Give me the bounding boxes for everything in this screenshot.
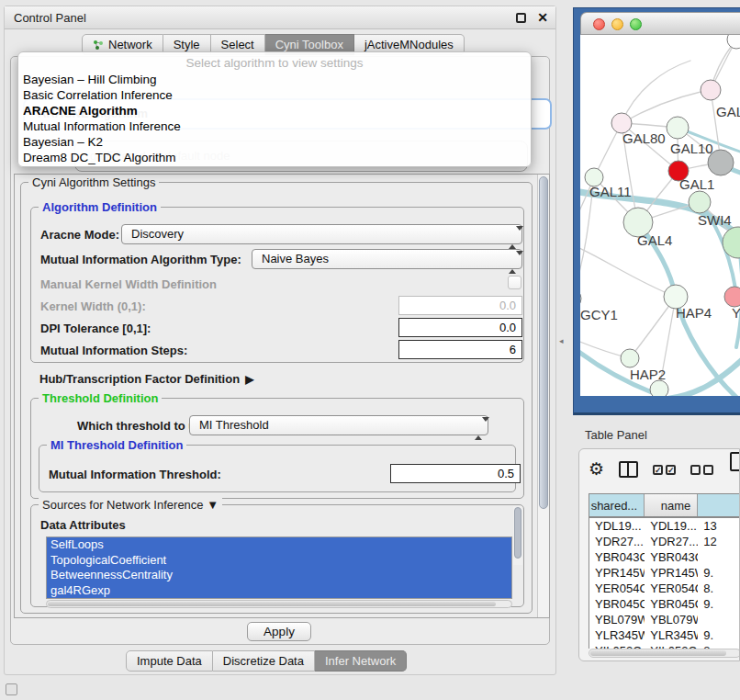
table-row[interactable]: YPR145WYPR145W9. — [589, 565, 740, 581]
table-cell[interactable]: YDR27... — [645, 534, 698, 549]
table-cell[interactable]: 13 — [698, 518, 740, 534]
float-window-icon[interactable] — [516, 13, 526, 23]
control-panel-title: Control Panel — [14, 11, 86, 25]
attributes-vertical-scrollbar[interactable] — [513, 506, 522, 565]
column-header-2[interactable] — [698, 494, 740, 516]
table-cell[interactable]: 12 — [698, 534, 740, 549]
mi-type-combo[interactable]: Naive Bayes — [252, 249, 522, 269]
export-table-icon[interactable] — [730, 452, 740, 471]
network-node[interactable] — [708, 150, 734, 175]
which-threshold-combo[interactable]: MI Threshold — [189, 415, 488, 435]
table-row[interactable]: YBR045CYBR045C9. — [589, 596, 740, 612]
network-node-hap2[interactable] — [621, 349, 639, 367]
threshold-definition-title: Threshold Definition — [39, 391, 162, 405]
network-node[interactable] — [727, 35, 740, 49]
zoom-traffic-light-icon[interactable] — [630, 18, 642, 30]
algorithm-option-bayesian-hill-climbing[interactable]: Bayesian – Hill Climbing — [18, 72, 531, 87]
select-all-icon[interactable]: ✓✓ — [653, 465, 676, 475]
algorithm-option-aracne-algorithm[interactable]: ARACNE Algorithm — [18, 103, 531, 119]
data-attributes-list[interactable]: SelfLoopsTopologicalCoefficientBetweenne… — [46, 536, 512, 599]
table-row[interactable]: YER054CYER054C8. — [589, 581, 740, 596]
table-horizontal-scrollbar[interactable] — [589, 649, 740, 658]
network-view-window[interactable]: GALGAL80GAL10GAL1GAL11SWI4GAL4GCY1HAP4YH… — [573, 7, 740, 415]
column-header-name[interactable]: name — [645, 494, 698, 516]
network-node-gcy1[interactable] — [580, 288, 581, 309]
bottom-tab-impute-data[interactable]: Impute Data — [126, 650, 213, 672]
bottom-tab-infer-network[interactable]: Infer Network — [315, 650, 407, 672]
minimize-traffic-light-icon[interactable] — [611, 18, 623, 30]
table-cell[interactable]: YBR043C — [589, 549, 645, 565]
tab-label: Discretize Data — [223, 651, 304, 671]
table-cell[interactable]: YDL19... — [589, 518, 645, 534]
table-cell[interactable] — [698, 549, 740, 565]
table-row[interactable]: YDL19...YDL19...13 — [589, 518, 740, 534]
node-label: SWI4 — [698, 212, 732, 228]
close-traffic-light-icon[interactable] — [593, 18, 605, 30]
algorithm-option-dream8-dc-tdc-algorithm[interactable]: Dream8 DC_TDC Algorithm — [18, 150, 531, 165]
network-window-frame — [574, 412, 740, 415]
attribute-item-gal4rgexp[interactable]: gal4RGexp — [47, 583, 511, 599]
bottom-tab-discretize-data[interactable]: Discretize Data — [213, 650, 315, 672]
settings-vertical-scrollbar[interactable] — [537, 175, 549, 617]
table-cell[interactable]: 9. — [698, 596, 740, 612]
close-icon[interactable]: ✕ — [537, 10, 548, 25]
attribute-item-betweennesscentrality[interactable]: BetweennessCentrality — [47, 568, 511, 583]
which-threshold-value: MI Threshold — [199, 418, 269, 432]
table-cell[interactable]: YLR345W — [589, 627, 645, 643]
table-row[interactable]: YDR27...YDR27...12 — [589, 534, 740, 549]
table-cell[interactable]: YDR27... — [589, 534, 645, 549]
hub-definition-expander[interactable]: Hub/Transcription Factor Definition▶ — [39, 372, 253, 386]
table-cell[interactable]: YBL079W — [645, 612, 698, 627]
network-edge[interactable] — [580, 244, 676, 297]
algorithm-option-basic-correlation-inference[interactable]: Basic Correlation Inference — [18, 87, 531, 103]
attributes-horizontal-scrollbar[interactable] — [46, 600, 512, 608]
algorithm-option-bayesian-k2[interactable]: Bayesian – K2 — [18, 134, 531, 150]
table-cell[interactable]: 9. — [698, 627, 740, 643]
network-edge[interactable] — [622, 61, 690, 123]
splitter-collapse-icon[interactable]: ◂ — [559, 336, 564, 345]
column-header-shared[interactable]: shared... — [589, 494, 645, 516]
manual-kernel-checkbox[interactable] — [508, 276, 521, 289]
network-node-gal[interactable] — [701, 80, 721, 100]
table-cell[interactable]: YER054C — [589, 581, 645, 596]
algorithm-option-mutual-information-inference[interactable]: Mutual Information Inference — [18, 119, 531, 134]
table-cell[interactable]: YER054C — [645, 581, 698, 596]
network-node-gal10[interactable] — [667, 117, 689, 139]
minimized-panel-icon[interactable] — [6, 683, 17, 695]
threshold-definition-group: Threshold Definition Which threshold to … — [30, 398, 524, 499]
table-cell[interactable]: YBL079W — [589, 612, 645, 627]
table-cell[interactable]: YBR045C — [589, 596, 645, 612]
network-icon — [93, 40, 104, 51]
attribute-item-topologicalcoefficient[interactable]: TopologicalCoefficient — [47, 553, 511, 569]
network-node-swi4[interactable] — [689, 191, 711, 213]
table-cell[interactable] — [698, 612, 740, 627]
table-row[interactable]: YBR043CYBR043C — [589, 549, 740, 565]
table-row[interactable]: YBL079WYBL079W — [589, 612, 740, 627]
table-cell[interactable]: YDL19... — [645, 518, 698, 534]
aracne-mode-combo[interactable]: Discovery — [121, 224, 522, 244]
table-cell[interactable]: 8. — [698, 581, 740, 596]
network-node-y[interactable] — [724, 287, 740, 307]
table-cell[interactable]: YLR345W — [645, 627, 698, 643]
network-window-titlebar[interactable] — [580, 12, 740, 35]
network-canvas[interactable]: GALGAL80GAL10GAL1GAL11SWI4GAL4GCY1HAP4YH… — [580, 35, 740, 396]
cyni-algorithm-settings-title: Cyni Algorithm Settings — [28, 175, 159, 189]
table-row[interactable]: YLR345WYLR345W9. — [589, 627, 740, 643]
table-cell[interactable]: 9. — [698, 565, 740, 581]
mi-threshold-field[interactable]: 0.5 — [390, 464, 521, 483]
dpi-tolerance-field[interactable]: 0.0 — [398, 318, 522, 337]
table-cell[interactable]: YBR045C — [645, 596, 698, 612]
table-cell[interactable]: YPR145W — [645, 565, 698, 581]
mi-steps-field[interactable]: 6 — [398, 340, 522, 359]
split-columns-icon[interactable] — [619, 461, 638, 478]
kernel-width-field[interactable]: 0.0 — [398, 296, 522, 315]
apply-button[interactable]: Apply — [247, 622, 311, 641]
settings-gear-icon[interactable]: ⚙ — [589, 459, 604, 480]
network-node[interactable] — [650, 380, 668, 396]
sources-group-title[interactable]: Sources for Network Inference ▼ — [39, 498, 222, 512]
network-edge[interactable] — [622, 90, 709, 123]
deselect-all-icon[interactable] — [690, 465, 713, 475]
table-cell[interactable]: YPR145W — [589, 565, 645, 581]
attribute-item-selfloops[interactable]: SelfLoops — [47, 537, 511, 553]
table-cell[interactable]: YBR043C — [645, 549, 698, 565]
